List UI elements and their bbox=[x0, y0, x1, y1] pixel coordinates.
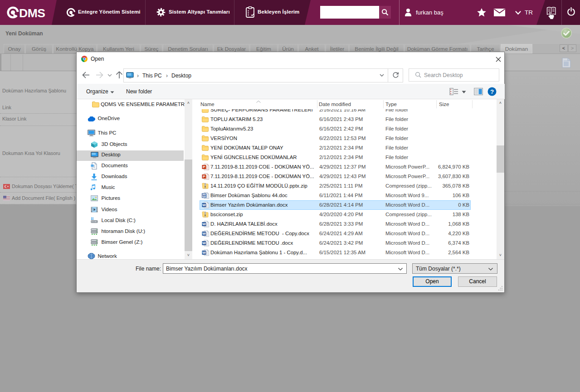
svg-text:W: W bbox=[202, 241, 206, 245]
svg-text:W: W bbox=[202, 194, 206, 198]
svg-text:W: W bbox=[202, 203, 206, 207]
svg-text:DMS: DMS bbox=[19, 6, 45, 19]
svg-text:W: W bbox=[202, 251, 206, 255]
svg-text:P: P bbox=[203, 165, 205, 169]
svg-text:P: P bbox=[203, 174, 205, 179]
svg-text:?: ? bbox=[490, 88, 494, 95]
svg-text:W: W bbox=[202, 222, 206, 226]
svg-text:W: W bbox=[202, 232, 206, 236]
